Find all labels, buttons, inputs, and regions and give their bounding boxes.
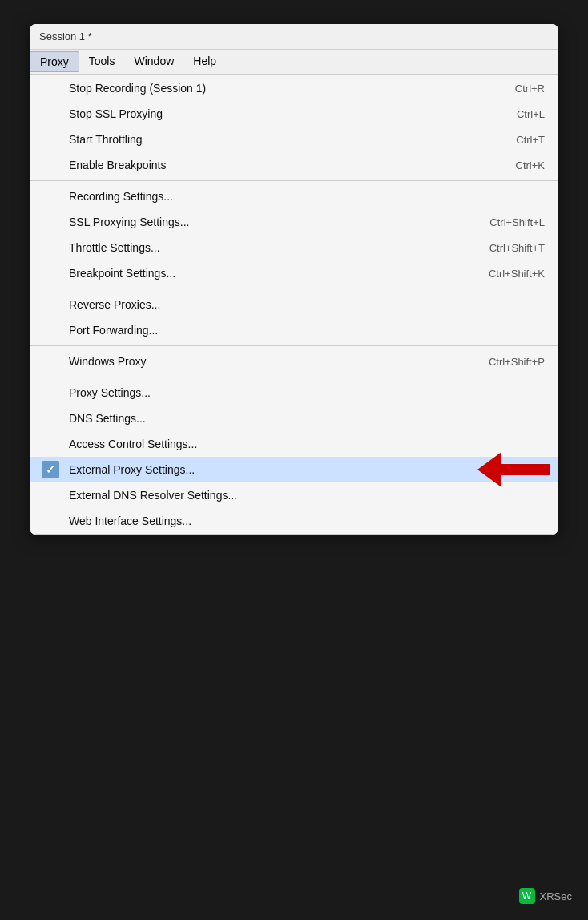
menu-item-throttle-settings[interactable]: Throttle Settings... Ctrl+Shift+T xyxy=(30,235,558,260)
menu-window[interactable]: Window xyxy=(124,51,183,72)
check-icon xyxy=(42,461,59,478)
separator-1 xyxy=(30,180,558,181)
menu-item-proxy-settings[interactable]: Proxy Settings... xyxy=(30,380,558,406)
separator-2 xyxy=(30,289,558,289)
menu-help[interactable]: Help xyxy=(183,51,226,72)
menu-item-port-forwarding[interactable]: Port Forwarding... xyxy=(30,317,558,343)
watermark: W XRSec xyxy=(519,888,572,904)
menu-item-stop-ssl[interactable]: Stop SSL Proxying Ctrl+L xyxy=(30,101,558,127)
menu-item-ssl-proxying-settings[interactable]: SSL Proxying Settings... Ctrl+Shift+L xyxy=(30,209,558,235)
menu-item-external-dns-resolver-settings[interactable]: External DNS Resolver Settings... xyxy=(30,482,558,508)
app-window: Session 1 * Proxy Tools Window Help Stop… xyxy=(30,24,558,535)
menu-item-dns-settings[interactable]: DNS Settings... xyxy=(30,406,558,431)
menu-item-external-proxy-settings[interactable]: External Proxy Settings... xyxy=(30,457,558,482)
menu-item-recording-settings[interactable]: Recording Settings... xyxy=(30,184,558,209)
separator-4 xyxy=(30,377,558,377)
menu-item-web-interface-settings[interactable]: Web Interface Settings... xyxy=(30,508,558,534)
wechat-icon: W xyxy=(519,888,535,904)
menu-item-reverse-proxies[interactable]: Reverse Proxies... xyxy=(30,292,558,317)
watermark-text: XRSec xyxy=(540,890,572,902)
title-bar: Session 1 * xyxy=(30,24,558,50)
window-title: Session 1 * xyxy=(39,30,92,42)
menu-item-stop-recording[interactable]: Stop Recording (Session 1) Ctrl+R xyxy=(30,75,558,101)
menu-item-windows-proxy[interactable]: Windows Proxy Ctrl+Shift+P xyxy=(30,349,558,374)
separator-3 xyxy=(30,345,558,346)
menu-item-start-throttling[interactable]: Start Throttling Ctrl+T xyxy=(30,127,558,152)
menu-item-breakpoint-settings[interactable]: Breakpoint Settings... Ctrl+Shift+K xyxy=(30,260,558,286)
menu-proxy[interactable]: Proxy xyxy=(30,51,79,72)
menu-bar: Proxy Tools Window Help xyxy=(30,50,558,75)
proxy-dropdown-menu: Stop Recording (Session 1) Ctrl+R Stop S… xyxy=(30,75,558,535)
arrow-body xyxy=(501,464,550,475)
menu-tools[interactable]: Tools xyxy=(79,51,125,72)
menu-item-enable-breakpoints[interactable]: Enable Breakpoints Ctrl+K xyxy=(30,152,558,178)
